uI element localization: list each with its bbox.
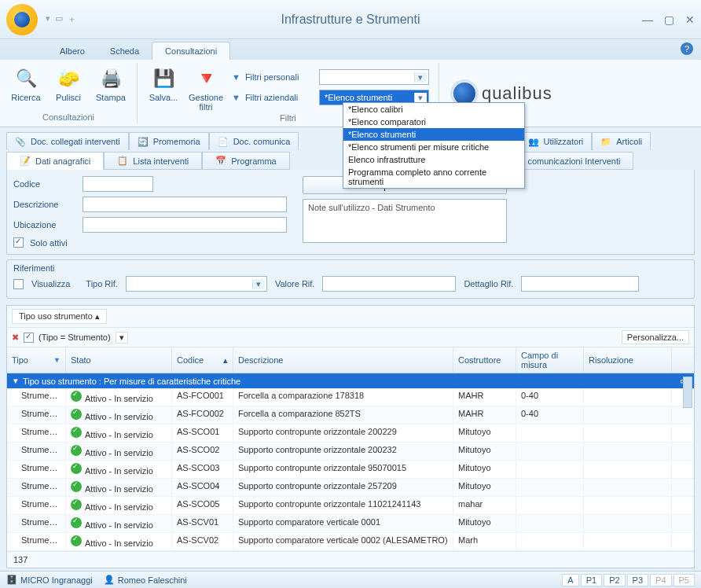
help-icon[interactable]: ? bbox=[681, 42, 693, 55]
ubicazione-label: Ubicazione bbox=[13, 220, 76, 230]
cell-stato: Attivo - In servizio bbox=[66, 388, 172, 406]
table-row[interactable]: StrumentoAttivo - In servizioAS-SCO01Sup… bbox=[7, 424, 694, 443]
grid-group-panel[interactable]: Tipo uso strumento ▴ bbox=[7, 306, 694, 328]
ricerca-button[interactable]: 🔍 Ricerca bbox=[6, 64, 46, 111]
subtab-programma[interactable]: 📅Programma bbox=[202, 152, 289, 170]
sort-asc-icon: ▴ bbox=[95, 311, 100, 321]
header-descrizione[interactable]: Descrizione bbox=[233, 347, 453, 373]
subtab-lista-interventi[interactable]: 📋Lista interventi bbox=[104, 152, 202, 170]
tipo-rif-label: Tipo Rif. bbox=[86, 279, 118, 288]
qat: ▾ ▭ ＋ bbox=[46, 13, 76, 25]
page-button[interactable]: A bbox=[562, 574, 578, 586]
salva-button[interactable]: 💾 Salva... bbox=[144, 64, 183, 112]
filtri-personali-combo[interactable]: ▾ bbox=[319, 69, 429, 85]
table-row[interactable]: StrumentoAttivo - In servizioAS-SCV01Sup… bbox=[7, 515, 694, 533]
sort-asc-icon: ▴ bbox=[223, 355, 228, 366]
cell-costruttore: Mitutoyo bbox=[453, 461, 516, 478]
page-button[interactable]: P4 bbox=[650, 574, 671, 586]
status-user[interactable]: 👤Romeo Faleschini bbox=[104, 575, 187, 585]
cell-risoluzione bbox=[584, 479, 672, 496]
tab-albero[interactable]: Albero bbox=[47, 42, 97, 60]
page-button[interactable]: P5 bbox=[673, 574, 695, 586]
filter-dropdown-icon[interactable]: ▾ bbox=[116, 332, 128, 344]
tab-promemoria[interactable]: 🔄Promemoria bbox=[129, 132, 209, 150]
codice-input[interactable] bbox=[83, 176, 153, 192]
dropdown-item[interactable]: *Elenco comparatori bbox=[343, 116, 524, 128]
dettaglio-rif-input[interactable] bbox=[521, 276, 639, 292]
app-logo[interactable] bbox=[6, 4, 38, 35]
group-row[interactable]: ▾ Tipo uso strumento : Per misure di car… bbox=[7, 373, 694, 388]
header-costruttore[interactable]: Costruttore bbox=[453, 347, 516, 373]
solo-attivi-label: Solo attivi bbox=[30, 238, 68, 248]
page-button[interactable]: P3 bbox=[627, 574, 648, 586]
cell-risoluzione bbox=[584, 388, 672, 406]
dropdown-item[interactable]: Programma completo anno corrente strumen… bbox=[343, 166, 524, 188]
header-tipo[interactable]: Tipo▼ bbox=[7, 347, 66, 373]
title-bar: ▾ ▭ ＋ Infrastrutture e Strumenti — ▢ ✕ bbox=[0, 0, 701, 39]
table-row[interactable]: StrumentoAttivo - In servizioAS-SCV02Sup… bbox=[7, 533, 694, 551]
header-campo[interactable]: Campo di misura bbox=[516, 347, 584, 373]
descrizione-label: Descrizione bbox=[13, 200, 76, 209]
status-company[interactable]: 🗄️MICRO Ingranaggi bbox=[6, 575, 93, 585]
pager: AP1P2P3P4P5 bbox=[562, 574, 695, 586]
collapse-icon[interactable]: ▾ bbox=[13, 376, 18, 386]
tab-scheda[interactable]: Scheda bbox=[97, 42, 152, 60]
status-ok-icon bbox=[71, 427, 82, 438]
tab-consultazioni[interactable]: Consultazioni bbox=[152, 42, 230, 60]
cell-tipo: Strumento bbox=[7, 533, 66, 550]
tab-doc-comunica[interactable]: 📄Doc. comunica bbox=[209, 132, 299, 150]
tab-utilizzatori[interactable]: 👥Utilizzatori bbox=[519, 132, 593, 150]
page-button[interactable]: P1 bbox=[581, 574, 602, 586]
cell-tipo: Strumento bbox=[7, 424, 66, 442]
filter-icon[interactable]: ▼ bbox=[53, 356, 61, 364]
table-row[interactable]: StrumentoAttivo - In servizioAS-FCO001Fo… bbox=[7, 388, 694, 406]
visualizza-checkbox[interactable] bbox=[13, 279, 24, 289]
tab-doc-collegati[interactable]: 📎Doc. collegati interventi bbox=[6, 132, 129, 150]
list-icon: 📋 bbox=[117, 156, 128, 166]
tab-articoli[interactable]: 📁Articoli bbox=[592, 132, 651, 150]
filter-enabled-checkbox[interactable] bbox=[24, 333, 34, 343]
cell-stato: Attivo - In servizio bbox=[66, 461, 172, 478]
descrizione-input[interactable] bbox=[83, 197, 287, 212]
minimize-icon[interactable]: — bbox=[642, 13, 653, 26]
dropdown-item[interactable]: *Elenco strumenti bbox=[343, 128, 524, 141]
dropdown-item[interactable]: Elenco infrastrutture bbox=[343, 153, 524, 166]
subtab-dati-anagrafici[interactable]: 📝Dati anagrafici bbox=[6, 152, 104, 170]
maximize-icon[interactable]: ▢ bbox=[664, 13, 674, 26]
cell-descrizione: Supporto contropunte orizzontale 1102124… bbox=[233, 497, 453, 514]
tipo-rif-combo[interactable]: ▾ bbox=[126, 276, 267, 292]
cell-costruttore: Mitutoyo bbox=[453, 479, 516, 496]
doc-icon: 📄 bbox=[218, 136, 229, 147]
ubicazione-input[interactable] bbox=[83, 217, 287, 233]
search-icon: 🔍 bbox=[13, 66, 39, 91]
cell-campo bbox=[516, 424, 584, 442]
dropdown-item[interactable]: *Elenco strumenti per misure critiche bbox=[343, 141, 524, 153]
table-row[interactable]: StrumentoAttivo - In servizioAS-SCO04Sup… bbox=[7, 479, 694, 497]
gestione-filtri-button[interactable]: 🔻 Gestione filtri bbox=[186, 64, 226, 112]
header-codice[interactable]: Codice▴ bbox=[172, 347, 233, 373]
filter-close-icon[interactable]: ✖ bbox=[12, 333, 19, 343]
valore-rif-input[interactable] bbox=[322, 276, 456, 292]
dropdown-item[interactable]: *Elenco calibri bbox=[343, 103, 524, 116]
table-row[interactable]: StrumentoAttivo - In servizioAS-SCO03Sup… bbox=[7, 461, 694, 479]
scrollbar-thumb[interactable] bbox=[683, 377, 692, 408]
pulisci-button[interactable]: 🧽 Pulisci bbox=[49, 64, 88, 111]
page-button[interactable]: P2 bbox=[604, 574, 625, 586]
group-chip[interactable]: Tipo uso strumento ▴ bbox=[12, 309, 107, 324]
qat-window-icon[interactable]: ▭ bbox=[55, 13, 63, 25]
cell-risoluzione bbox=[584, 515, 672, 532]
table-row[interactable]: StrumentoAttivo - In servizioAS-SCO05Sup… bbox=[7, 497, 694, 515]
cell-descrizione: Forcella a comparazione 852TS bbox=[233, 406, 453, 424]
stampa-button[interactable]: 🖨️ Stampa bbox=[91, 64, 130, 111]
table-row[interactable]: StrumentoAttivo - In servizioAS-FCO002Fo… bbox=[7, 406, 694, 424]
header-stato[interactable]: Stato bbox=[66, 347, 172, 373]
close-icon[interactable]: ✕ bbox=[685, 13, 695, 26]
qat-add-icon[interactable]: ＋ bbox=[68, 13, 76, 25]
cell-codice: AS-SCO01 bbox=[172, 424, 233, 442]
solo-attivi-checkbox[interactable] bbox=[13, 237, 24, 248]
header-risoluzione[interactable]: Risoluzione bbox=[584, 347, 672, 373]
table-row[interactable]: StrumentoAttivo - In servizioAS-SCO02Sup… bbox=[7, 443, 694, 461]
qat-dropdown-icon[interactable]: ▾ bbox=[46, 13, 50, 25]
personalizza-button[interactable]: Personalizza... bbox=[622, 330, 689, 344]
cell-costruttore: MAHR bbox=[453, 406, 516, 424]
